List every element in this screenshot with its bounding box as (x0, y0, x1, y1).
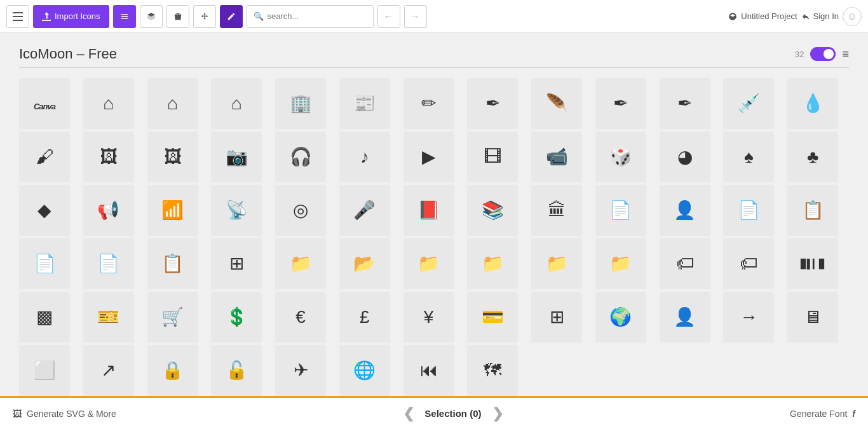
pencil-icon[interactable]: ✏ (403, 78, 454, 129)
sign-in-button[interactable]: Sign In (801, 11, 839, 21)
qrcode-icon[interactable]: ▩ (19, 292, 70, 343)
redo-button[interactable]: → (404, 5, 427, 28)
image-icon: 🖼 (13, 409, 22, 419)
headphones-icon[interactable]: 🎧 (275, 132, 326, 182)
undo-button[interactable]: ← (377, 5, 400, 28)
cart-icon[interactable]: 🛒 (147, 292, 198, 343)
search-icon: 🔍 (254, 11, 264, 21)
generate-svg-section[interactable]: 🖼 Generate SVG & More (13, 409, 116, 419)
file-icon[interactable]: 📄 (723, 185, 774, 236)
quill-icon[interactable]: 🪶 (531, 78, 582, 129)
euro-icon[interactable]: € (275, 292, 326, 343)
dice-icon[interactable]: 🎲 (595, 132, 646, 182)
next-arrow[interactable]: ❯ (492, 405, 503, 422)
music-icon[interactable]: ♪ (339, 132, 390, 182)
prev-arrow[interactable]: ❮ (403, 405, 414, 422)
home2-icon[interactable]: ⌂ (147, 78, 198, 129)
file-text2-icon[interactable]: 📄 (19, 238, 70, 289)
map-icon[interactable]: 🗺 (467, 345, 518, 396)
lock2-icon[interactable]: 🔓 (211, 345, 262, 396)
wifi-icon[interactable]: 📶 (147, 185, 198, 236)
canva-icon[interactable]: Canva (19, 78, 70, 129)
file-text-icon[interactable]: 📄 (595, 185, 646, 236)
file-paste-icon[interactable]: 📋 (147, 238, 198, 289)
images-icon[interactable]: 🖼 (147, 132, 198, 182)
skip-icon[interactable]: ⏮ (403, 345, 454, 396)
tag-button[interactable] (140, 5, 163, 28)
clubs-icon[interactable]: ♣ (787, 132, 838, 182)
window-icon[interactable]: ⬜ (19, 345, 70, 396)
library-icon[interactable]: 🏛 (531, 185, 582, 236)
credit-icon[interactable]: 💳 (467, 292, 518, 343)
cursor-icon[interactable]: ↗ (83, 345, 134, 396)
pound-icon[interactable]: £ (339, 292, 390, 343)
camera-icon[interactable]: 📷 (211, 132, 262, 182)
folder-minus-icon[interactable]: 📁 (467, 238, 518, 289)
yen-icon[interactable]: ¥ (403, 292, 454, 343)
menu-button[interactable] (6, 5, 29, 28)
user-icon[interactable]: 👤 (660, 292, 710, 343)
profile-icon[interactable]: 👤 (660, 185, 710, 236)
spades-icon[interactable]: ♠ (723, 132, 774, 182)
folder-down-icon[interactable]: 📁 (531, 238, 582, 289)
mic-icon[interactable]: 🎤 (339, 185, 390, 236)
pacman-icon[interactable]: ◕ (660, 132, 710, 182)
books-icon[interactable]: 📚 (467, 185, 518, 236)
file-copy-icon[interactable]: 📄 (83, 238, 134, 289)
bottom-bar: 🖼 Generate SVG & More ❮ Selection (0) ❯ … (0, 396, 868, 429)
globe-icon[interactable]: 🌐 (339, 345, 390, 396)
selection-label: Selection (0) (424, 408, 481, 419)
blog-icon[interactable]: ✒ (660, 78, 710, 129)
visibility-toggle[interactable] (810, 47, 836, 61)
diamond-icon[interactable]: ◆ (19, 185, 70, 236)
price-tag-icon[interactable]: 🏷 (660, 238, 710, 289)
project-title[interactable]: Untitled Project (728, 11, 797, 21)
copy-icon[interactable]: 📋 (787, 185, 838, 236)
stack-icon[interactable]: ⊞ (211, 238, 262, 289)
lock-icon[interactable]: 🔒 (147, 345, 198, 396)
ticket-icon[interactable]: 🎫 (83, 292, 134, 343)
image-icon[interactable]: 🖼 (83, 132, 134, 182)
home3-icon[interactable]: ⌂ (211, 78, 262, 129)
set-title: IcoMoon – Free (19, 46, 795, 62)
eyedropper-icon[interactable]: 💉 (723, 78, 774, 129)
selection-section: ❮ Selection (0) ❯ (403, 405, 503, 422)
edit-button[interactable] (220, 5, 243, 28)
folder-icon[interactable]: 📁 (275, 238, 326, 289)
newspaper-icon[interactable]: 📰 (339, 78, 390, 129)
earth-icon[interactable]: 🌍 (595, 292, 646, 343)
droplet-icon[interactable]: 💧 (787, 78, 838, 129)
avatar[interactable]: ☺ (843, 7, 862, 26)
dollar-icon[interactable]: 💲 (211, 292, 262, 343)
paper-icon[interactable]: ✈ (275, 345, 326, 396)
monitor-icon[interactable]: 🖥 (787, 292, 838, 343)
search-input[interactable] (268, 11, 367, 21)
office-icon[interactable]: 🏢 (275, 78, 326, 129)
main-content: IcoMoon – Free 32 ≡ Canva⌂⌂⌂🏢📰✏✒🪶✒✒💉💧🖌🖼🖼… (0, 33, 868, 429)
library-button[interactable] (113, 5, 136, 28)
play-icon[interactable]: ▶ (403, 132, 454, 182)
antenna-icon[interactable]: ◎ (275, 185, 326, 236)
grid-icon[interactable]: ⊞ (531, 292, 582, 343)
book-icon[interactable]: 📕 (403, 185, 454, 236)
paint-icon[interactable]: 🖌 (19, 132, 70, 182)
video-icon[interactable]: 📹 (531, 132, 582, 182)
pencil2-icon[interactable]: ✒ (467, 78, 518, 129)
move-button[interactable] (193, 5, 216, 28)
pen-icon[interactable]: ✒ (595, 78, 646, 129)
import-icons-button[interactable]: Import Icons (33, 5, 109, 28)
delete-button[interactable] (166, 5, 189, 28)
arrow-icon[interactable]: → (723, 292, 774, 343)
barcode-icon[interactable]: ▊▌▎▊ (787, 238, 838, 289)
folder-plus-icon[interactable]: 📁 (403, 238, 454, 289)
set-count: 32 (795, 50, 804, 59)
generate-font-section[interactable]: Generate Font f (790, 409, 855, 419)
film-icon[interactable]: 🎞 (467, 132, 518, 182)
broadcast-icon[interactable]: 📡 (211, 185, 262, 236)
home1-icon[interactable]: ⌂ (83, 78, 134, 129)
folder-open-icon[interactable]: 📂 (339, 238, 390, 289)
price-tags-icon[interactable]: 🏷 (723, 238, 774, 289)
folder-up-icon[interactable]: 📁 (595, 238, 646, 289)
list-view-icon[interactable]: ≡ (842, 48, 849, 61)
bullhorn-icon[interactable]: 📢 (83, 185, 134, 236)
